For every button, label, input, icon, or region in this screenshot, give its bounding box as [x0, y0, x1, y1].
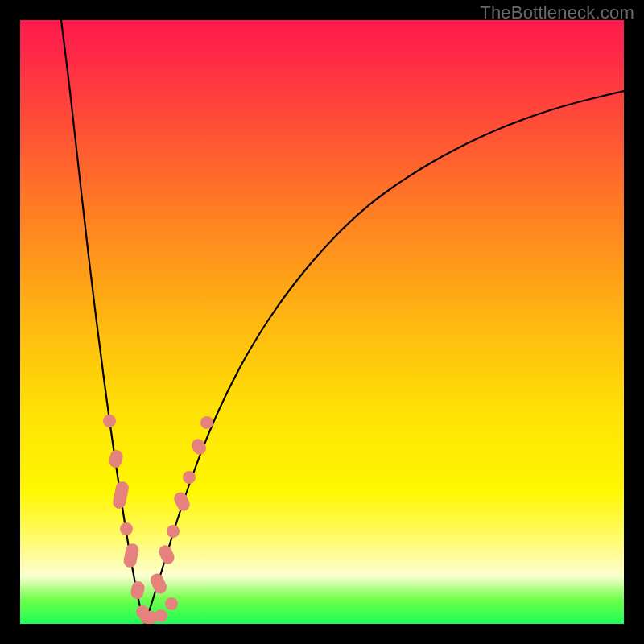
marker-group: [103, 415, 213, 624]
curve-marker-dot: [167, 525, 180, 538]
chart-svg: [20, 20, 624, 624]
curve-marker-pill: [157, 543, 177, 567]
outer-frame: TheBottleneck.com: [0, 0, 644, 644]
curve-marker-pill: [148, 572, 168, 596]
curve-marker-pill: [112, 481, 130, 510]
curve-marker-dot: [165, 597, 178, 610]
curve-marker-dot: [200, 416, 213, 429]
curve-right-branch: [145, 91, 624, 624]
curve-marker-dot: [120, 522, 133, 535]
curve-marker-dot: [155, 609, 167, 622]
curve-marker-pill: [108, 449, 124, 469]
plot-area: [20, 20, 624, 624]
curve-left-branch: [61, 20, 145, 624]
curve-marker-pill: [130, 580, 146, 601]
curve-marker-pill: [122, 543, 140, 569]
watermark-text: TheBottleneck.com: [480, 2, 634, 23]
curve-marker-dot: [103, 415, 116, 427]
curve-marker-pill: [171, 490, 192, 514]
curve-marker-dot: [183, 471, 196, 484]
